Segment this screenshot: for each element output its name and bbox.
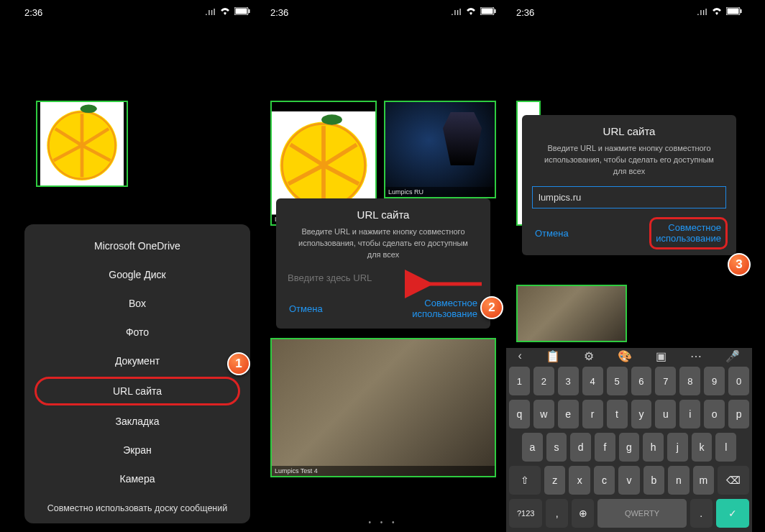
callout-badge-3: 3 xyxy=(728,253,751,276)
cancel-button[interactable]: Отмена xyxy=(535,228,569,239)
kbd-back-icon[interactable]: ‹ xyxy=(518,349,522,362)
key-b[interactable]: b xyxy=(643,466,664,495)
key-e[interactable]: e xyxy=(558,400,579,428)
key-u[interactable]: u xyxy=(655,400,676,428)
key-h[interactable]: h xyxy=(643,433,664,462)
key-4[interactable]: 4 xyxy=(582,367,603,395)
dialog-title: URL сайта xyxy=(286,208,480,221)
key-g[interactable]: g xyxy=(619,433,640,462)
key-1[interactable]: 1 xyxy=(509,367,530,395)
thumbnail-caption: Lumpics Test 4 xyxy=(272,466,495,476)
key-3[interactable]: 3 xyxy=(558,367,579,395)
share-menu: Microsoft OneDrive Google Диск Box Фото … xyxy=(24,224,250,523)
thumbnail xyxy=(36,101,128,187)
share-button[interactable]: Совместное использование xyxy=(412,298,477,320)
key-6[interactable]: 6 xyxy=(631,367,652,395)
phone-screenshot-3: 2:36 .ııl URL сайта Введите URL и нажмит… xyxy=(506,0,752,532)
url-dialog: URL сайта Введите URL и нажмите кнопку с… xyxy=(522,115,736,255)
kbd-palette-icon[interactable]: 🎨 xyxy=(618,349,632,363)
dialog-title: URL сайта xyxy=(532,125,726,137)
key-k[interactable]: k xyxy=(692,433,713,462)
thumbnail-room[interactable] xyxy=(516,285,627,342)
status-bar: 2:36 .ııl xyxy=(260,0,506,24)
key-s[interactable]: s xyxy=(546,433,567,462)
key-v[interactable]: v xyxy=(618,466,639,495)
kbd-mic-icon[interactable]: 🎤 xyxy=(725,349,740,363)
menu-item-document[interactable]: Документ xyxy=(24,347,250,375)
key-f[interactable]: f xyxy=(595,433,615,462)
key-q[interactable]: q xyxy=(509,400,530,428)
key-comma[interactable]: , xyxy=(546,499,568,528)
key-l[interactable]: l xyxy=(715,433,736,462)
kbd-image-icon[interactable]: ▣ xyxy=(656,349,666,363)
url-input[interactable] xyxy=(532,186,726,208)
key-t[interactable]: t xyxy=(607,400,628,428)
share-button[interactable]: Совместное использование xyxy=(649,217,728,249)
svg-rect-1 xyxy=(236,9,247,14)
key-language[interactable]: ⊕ xyxy=(572,499,594,528)
key-8[interactable]: 8 xyxy=(679,367,700,395)
cell-signal-icon: .ııl xyxy=(205,7,216,17)
menu-item-url[interactable]: URL сайта xyxy=(35,377,240,405)
svg-point-25 xyxy=(321,114,342,124)
key-space[interactable]: QWERTY xyxy=(597,499,687,528)
status-icons: .ııl xyxy=(205,7,250,18)
menu-item-bookmark[interactable]: Закладка xyxy=(24,407,250,436)
svg-rect-2 xyxy=(249,9,250,13)
dialog-text: Введите URL и нажмите кнопку совместного… xyxy=(532,143,726,178)
svg-rect-28 xyxy=(741,9,742,13)
menu-item-onedrive[interactable]: Microsoft OneDrive xyxy=(24,231,250,260)
key-n[interactable]: n xyxy=(668,466,689,495)
lemon-icon xyxy=(37,102,127,185)
key-a[interactable]: a xyxy=(522,433,543,462)
key-i[interactable]: i xyxy=(679,400,700,428)
key-o[interactable]: o xyxy=(704,400,725,428)
key-j[interactable]: j xyxy=(667,433,688,462)
phone-screenshot-2: 2:36 .ııl Lumpics Test 2 Lumpics RU Lump… xyxy=(260,0,506,532)
key-r[interactable]: r xyxy=(582,400,603,428)
key-period[interactable]: . xyxy=(690,499,713,528)
key-w[interactable]: w xyxy=(533,400,554,428)
key-c[interactable]: c xyxy=(594,466,615,495)
thumbnail-room[interactable]: Lumpics Test 4 xyxy=(270,338,496,477)
key-p[interactable]: p xyxy=(728,400,749,428)
svg-rect-15 xyxy=(495,9,496,13)
pager-dots: • • • xyxy=(368,518,398,526)
key-shift[interactable]: ⇧ xyxy=(509,466,541,495)
callout-badge-1: 1 xyxy=(227,352,250,375)
key-y[interactable]: y xyxy=(631,400,652,428)
thumbnail-space[interactable]: Lumpics RU xyxy=(384,101,496,198)
svg-point-12 xyxy=(81,104,97,113)
menu-footer: Совместно использовать доску сообщений xyxy=(24,493,250,515)
status-icons: .ııl xyxy=(697,7,742,18)
key-enter[interactable]: ✓ xyxy=(716,499,749,528)
menu-item-google-drive[interactable]: Google Диск xyxy=(24,260,250,289)
key-0[interactable]: 0 xyxy=(728,367,749,395)
key-d[interactable]: d xyxy=(570,433,591,462)
cancel-button[interactable]: Отмена xyxy=(289,303,323,314)
key-x[interactable]: x xyxy=(569,466,590,495)
key-9[interactable]: 9 xyxy=(704,367,725,395)
kbd-clipboard-icon[interactable]: 📋 xyxy=(546,349,560,363)
key-7[interactable]: 7 xyxy=(655,367,676,395)
kbd-settings-icon[interactable]: ⚙ xyxy=(584,349,594,363)
key-backspace[interactable]: ⌫ xyxy=(718,466,749,495)
keyboard-row-4: ?123 , ⊕ QWERTY . ✓ xyxy=(509,499,749,528)
key-m[interactable]: m xyxy=(693,466,714,495)
battery-icon xyxy=(480,7,496,17)
menu-item-photo[interactable]: Фото xyxy=(24,318,250,347)
cell-signal-icon: .ııl xyxy=(451,7,462,17)
wifi-icon xyxy=(220,7,230,18)
key-5[interactable]: 5 xyxy=(607,367,628,395)
menu-item-screen[interactable]: Экран xyxy=(24,436,250,464)
menu-item-camera[interactable]: Камера xyxy=(24,464,250,493)
dialog-text: Введите URL и нажмите кнопку совместного… xyxy=(286,226,480,261)
keyboard-row-2: a s d f g h j k l xyxy=(509,433,749,462)
key-symbols[interactable]: ?123 xyxy=(509,499,542,528)
kbd-more-icon[interactable]: ⋯ xyxy=(690,349,702,363)
key-z[interactable]: z xyxy=(544,466,565,495)
key-2[interactable]: 2 xyxy=(533,367,554,395)
keyboard-row-3: ⇧ z x c v b n m ⌫ xyxy=(509,466,749,495)
status-bar: 2:36 .ııl xyxy=(14,0,260,24)
menu-item-box[interactable]: Box xyxy=(24,289,250,318)
